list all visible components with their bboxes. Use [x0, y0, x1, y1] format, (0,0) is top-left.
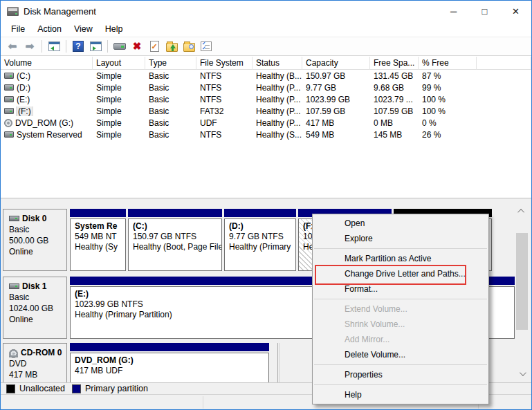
- volume-row[interactable]: (D:) Simple Basic NTFS Healthy (P... 9.7…: [1, 82, 531, 93]
- menubar-item-action[interactable]: Action: [31, 23, 68, 35]
- volume-capacity: 107.59 GB: [302, 106, 370, 116]
- volume-filesystem: NTFS: [196, 83, 253, 93]
- volume-free-space: 107.59 GB: [370, 106, 419, 116]
- disk-drive-icon: [4, 131, 14, 138]
- partition-title: System Re: [75, 221, 121, 232]
- volume-row[interactable]: (E:) Simple Basic NTFS Healthy (P... 102…: [1, 93, 531, 105]
- menubar-item-help[interactable]: Help: [99, 23, 129, 35]
- volume-capacity: 150.97 GB: [302, 71, 370, 81]
- partition-block[interactable]: System Re 549 MB NT Healthy (Sy: [70, 209, 126, 271]
- volume-pct-free: 0 %: [419, 118, 477, 128]
- forward-arrow-icon[interactable]: ➡: [22, 39, 37, 54]
- column-header-layout[interactable]: Layout: [93, 57, 145, 70]
- column-header-type[interactable]: Type: [145, 57, 196, 70]
- disk-name: Disk 0: [22, 213, 46, 224]
- properties-list-icon[interactable]: [199, 39, 214, 54]
- chevron-down-icon: [520, 369, 526, 376]
- column-header-free-spa-[interactable]: Free Spa...: [370, 57, 419, 70]
- column-header--free[interactable]: % Free: [419, 57, 477, 70]
- menu-item-extend-volume: Extend Volume...: [313, 301, 488, 317]
- volume-type: Basic: [145, 71, 196, 81]
- volume-filesystem: NTFS: [196, 71, 253, 81]
- menu-item-mark-partition-as-active[interactable]: Mark Partition as Active: [313, 251, 488, 266]
- column-header-empty: [477, 57, 531, 70]
- delete-icon[interactable]: ✖: [129, 39, 145, 54]
- column-header-file-system[interactable]: File System: [196, 57, 253, 70]
- volume-name: System Reserved: [17, 130, 82, 140]
- scroll-down-button[interactable]: [516, 368, 528, 380]
- menu-separator: [314, 248, 487, 249]
- volume-status: Healthy (P...: [253, 106, 302, 116]
- status-divider: [203, 396, 203, 409]
- volume-name: (F:): [17, 106, 33, 116]
- help-icon[interactable]: ?: [71, 39, 86, 54]
- column-header-capacity[interactable]: Capacity: [302, 57, 370, 70]
- legend-swatch: [72, 384, 81, 393]
- vertical-scrollbar[interactable]: [516, 205, 528, 380]
- volume-free-space: 131.45 GB: [370, 71, 419, 81]
- menu-separator: [314, 299, 487, 299]
- menubar-item-view[interactable]: View: [68, 23, 99, 35]
- disk-label-panel[interactable]: Disk 0 Basic 500.00 GB Online: [3, 209, 67, 271]
- partition-title: DVD_ROM (G:): [75, 355, 264, 366]
- disk-drive-icon: [4, 73, 14, 79]
- volume-name: (D:): [17, 83, 30, 93]
- menu-separator: [314, 384, 487, 385]
- volume-type: Basic: [145, 130, 196, 140]
- task-check-icon[interactable]: [147, 39, 162, 54]
- window-title: Disk Management: [24, 6, 96, 17]
- volume-status: Healthy (P...: [253, 95, 302, 104]
- volume-name: (C:): [17, 71, 30, 81]
- disk-type: Basic: [9, 292, 66, 303]
- volume-row[interactable]: (F:) Simple Basic FAT32 Healthy (P... 10…: [1, 105, 531, 117]
- disk-name: CD-ROM 0: [21, 347, 62, 358]
- drive-properties-icon[interactable]: [112, 39, 127, 54]
- volume-capacity: 549 MB: [302, 130, 370, 140]
- partition-status: Healthy (Sy: [75, 242, 121, 252]
- menu-item-change-drive-letter-and-paths[interactable]: Change Drive Letter and Paths...: [313, 266, 488, 281]
- toolbar-separator: [66, 40, 66, 53]
- menu-item-delete-volume[interactable]: Delete Volume...: [313, 347, 488, 362]
- disk-type: DVD: [9, 358, 66, 369]
- volume-layout: Simple: [93, 95, 145, 104]
- menu-item-help[interactable]: Help: [313, 387, 488, 402]
- volume-row[interactable]: System Reserved Simple Basic NTFS Health…: [1, 129, 531, 140]
- menu-separator: [314, 364, 487, 365]
- scrollbar-thumb[interactable]: [516, 233, 528, 330]
- volume-pct-free: 100 %: [419, 95, 477, 104]
- volume-pct-free: 87 %: [419, 71, 477, 81]
- partition-block[interactable]: (C:) 150.97 GB NTFS Healthy (Boot, Page …: [128, 209, 222, 271]
- volume-name: DVD_ROM (G:): [15, 118, 73, 128]
- volume-filesystem: UDF: [196, 118, 253, 128]
- menubar-item-file[interactable]: File: [5, 23, 31, 35]
- volume-type: Basic: [145, 83, 196, 93]
- menu-item-format[interactable]: Format...: [313, 281, 488, 297]
- menu-item-properties[interactable]: Properties: [313, 367, 488, 382]
- minimize-button[interactable]: ─: [438, 1, 469, 21]
- partition-context-menu: OpenExploreMark Partition as ActiveChang…: [312, 214, 489, 404]
- disk-label-panel[interactable]: Disk 1 Basic 1024.00 GB Online: [3, 277, 67, 339]
- action-pane-icon[interactable]: [88, 39, 103, 54]
- maximize-button[interactable]: □: [469, 1, 500, 21]
- back-arrow-icon[interactable]: ⬅: [5, 39, 20, 54]
- folder-explore-icon[interactable]: [181, 39, 196, 54]
- menu-item-open[interactable]: Open: [313, 216, 488, 231]
- close-button[interactable]: ✕: [500, 1, 531, 21]
- menu-item-explore[interactable]: Explore: [313, 231, 488, 246]
- volume-layout: Simple: [93, 106, 145, 116]
- folder-up-icon[interactable]: [164, 39, 179, 54]
- volume-capacity: 1023.99 GB: [302, 95, 370, 104]
- console-tree-icon[interactable]: [46, 39, 62, 54]
- partition-size: 549 MB NT: [75, 232, 121, 242]
- toolbar-separator: [107, 40, 108, 53]
- column-header-status[interactable]: Status: [253, 57, 302, 70]
- partition-block[interactable]: (D:) 9.77 GB NTFS Healthy (Primary: [224, 209, 296, 271]
- volume-row[interactable]: DVD_ROM (G:) Simple Basic UDF Healthy (P…: [1, 117, 531, 129]
- column-header-volume[interactable]: Volume: [1, 57, 93, 70]
- legend-item: Unallocated: [6, 384, 65, 393]
- scroll-up-button[interactable]: [516, 205, 528, 217]
- chevron-up-icon: [517, 209, 524, 216]
- volume-status: Healthy (B...: [253, 71, 302, 81]
- menubar: FileActionViewHelp: [1, 21, 531, 37]
- volume-row[interactable]: (C:) Simple Basic NTFS Healthy (B... 150…: [1, 70, 531, 82]
